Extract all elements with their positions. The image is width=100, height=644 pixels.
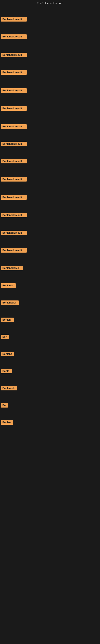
result-row[interactable]: Bottlene <box>0 352 100 357</box>
result-row[interactable]: Bottleneck r <box>0 300 100 306</box>
bottleneck-result-button[interactable]: Bot <box>1 403 8 408</box>
bottleneck-result-button[interactable]: Bottleneck result <box>1 124 27 129</box>
site-title: TheBottlenecker.com <box>37 2 63 5</box>
text-cursor <box>1 517 1 521</box>
result-row[interactable]: Bottleneck result <box>0 70 100 76</box>
bottleneck-result-button[interactable]: Bottlen <box>1 420 13 425</box>
result-row[interactable]: Bottleneck result <box>0 231 100 236</box>
results-container: Bottleneck resultBottleneck resultBottle… <box>0 6 100 644</box>
bottleneck-result-button[interactable]: Bottleneck result <box>1 177 27 182</box>
result-row[interactable]: Bottleneck result <box>0 248 100 253</box>
bottleneck-result-button[interactable]: Bottle <box>1 369 12 373</box>
bottleneck-result-button[interactable]: Bottleneck result <box>1 88 27 93</box>
result-row[interactable]: Bottleneck result <box>0 53 100 58</box>
bottleneck-result-button[interactable]: Bottleneck result <box>1 142 27 146</box>
bottleneck-result-button[interactable]: Bottleneck result <box>1 231 27 235</box>
result-row[interactable]: Bot <box>0 403 100 408</box>
result-row[interactable]: Bottleneck result <box>0 142 100 147</box>
result-row[interactable]: Bottlen <box>0 420 100 426</box>
bottleneck-result-button[interactable]: Bottleneck result <box>1 34 27 39</box>
result-row[interactable]: Bottleneck <box>0 386 100 391</box>
bottleneck-result-button[interactable]: Bottlen <box>1 318 14 322</box>
bottleneck-result-button[interactable]: Bottleneck result <box>1 213 27 217</box>
bottleneck-result-button[interactable]: Bottleneck result <box>1 53 27 57</box>
result-row[interactable]: Bottleneck res <box>0 266 100 271</box>
result-row[interactable]: Bott <box>0 335 100 340</box>
bottleneck-result-button[interactable]: Bottleneck r <box>1 300 19 305</box>
bottleneck-result-button[interactable]: Bottleneck result <box>1 106 27 111</box>
bottleneck-result-button[interactable]: Bottlenec <box>1 283 16 288</box>
result-row[interactable]: Bottleneck result <box>0 195 100 200</box>
result-row[interactable]: Bottleneck result <box>0 106 100 112</box>
bottleneck-result-button[interactable]: Bott <box>1 335 9 339</box>
bottleneck-result-button[interactable]: Bottleneck result <box>1 70 27 75</box>
result-row[interactable]: Bottleneck result <box>0 213 100 218</box>
bottleneck-result-button[interactable]: Bottleneck result <box>1 17 27 22</box>
result-row[interactable]: Bottleneck result <box>0 124 100 130</box>
bottleneck-result-button[interactable]: Bottleneck result <box>1 248 27 252</box>
result-row[interactable]: Bottleneck result <box>0 177 100 182</box>
result-row[interactable]: Bottleneck result <box>0 34 100 40</box>
result-row[interactable]: Bottle <box>0 369 100 374</box>
result-row[interactable]: Bottlenec <box>0 283 100 288</box>
site-header: TheBottlenecker.com <box>0 0 100 6</box>
result-row[interactable]: Bottleneck result <box>0 159 100 164</box>
bottleneck-result-button[interactable]: Bottleneck result <box>1 159 27 164</box>
bottleneck-result-button[interactable]: Bottleneck result <box>1 195 27 200</box>
result-row[interactable]: Bottlen <box>0 318 100 323</box>
bottleneck-result-button[interactable]: Bottleneck res <box>1 266 23 270</box>
result-row[interactable]: Bottleneck result <box>0 88 100 94</box>
bottleneck-result-button[interactable]: Bottleneck <box>1 386 17 390</box>
result-row[interactable]: Bottleneck result <box>0 17 100 22</box>
bottleneck-result-button[interactable]: Bottlene <box>1 352 14 356</box>
